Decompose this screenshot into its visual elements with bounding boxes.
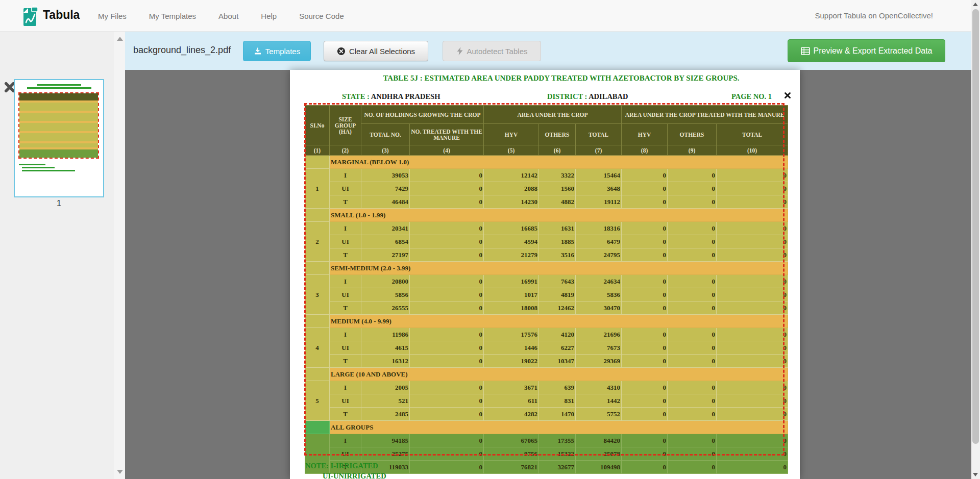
document-page-number: PAGE NO. 1 [731, 92, 772, 101]
selection-close-icon[interactable] [784, 92, 791, 99]
nav-item-my-templates[interactable]: My Templates [149, 12, 196, 20]
templates-icon [254, 47, 262, 55]
sidebar-scroll-down-icon[interactable] [117, 470, 123, 474]
clear-all-selections-button[interactable]: Clear All Selections [324, 41, 428, 61]
export-button-label: Preview & Export Extracted Data [814, 46, 933, 56]
document-district: DISTRICT : ADILABAD [547, 92, 628, 101]
preview-export-button[interactable]: Preview & Export Extracted Data [788, 39, 945, 62]
thumbnail-title-line [27, 87, 91, 89]
sidebar-scroll-up-icon[interactable] [117, 37, 123, 41]
support-link[interactable]: Support Tabula on OpenCollective! [815, 11, 933, 20]
navbar: Tabula My FilesMy TemplatesAboutHelpSour… [0, 0, 980, 32]
page-thumbnail[interactable] [14, 79, 104, 197]
thumbnail-table-header [19, 93, 98, 100]
autodetect-tables-button[interactable]: Autodetect Tables [443, 41, 541, 61]
templates-button[interactable]: Templates [243, 41, 311, 61]
tabula-app: Tabula My FilesMy TemplatesAboutHelpSour… [0, 0, 980, 479]
toolbar: background_lines_2.pdf Templates Clear A… [125, 32, 971, 70]
scroll-down-icon[interactable] [973, 473, 978, 476]
navbar-menu: My FilesMy TemplatesAboutHelpSource Code [98, 0, 344, 32]
table-list-icon [801, 47, 810, 55]
value-cell: 109498 [576, 461, 622, 474]
thumbnail-table-footer [19, 147, 98, 158]
page-scrollbar[interactable] [971, 0, 980, 479]
thumbnail-table [18, 92, 99, 159]
lightning-bolt-icon [456, 47, 463, 56]
brand-title[interactable]: Tabula [43, 8, 80, 22]
document-note-2: UI-UNIRRIGATED [323, 472, 386, 479]
table-selection-rectangle[interactable] [304, 103, 785, 456]
thumbnail-note-line [22, 170, 75, 171]
clear-button-label: Clear All Selections [349, 47, 415, 56]
value-cell: 32677 [539, 461, 576, 474]
document-note-1: NOTE: I-IRRIGATED [305, 462, 378, 470]
sidebar: 1 [0, 32, 125, 479]
thumbnail-title-line [37, 84, 81, 86]
scrollbar-thumb[interactable] [972, 9, 979, 444]
value-cell: 0 [717, 461, 788, 474]
thumbnail-note-line [22, 167, 55, 168]
nav-item-about[interactable]: About [218, 12, 238, 20]
value-cell: 76821 [484, 461, 539, 474]
value-cell: 0 [622, 461, 668, 474]
sidebar-scrollbar[interactable] [114, 32, 125, 479]
nav-item-source-code[interactable]: Source Code [299, 12, 344, 20]
thumbnail-note-line [19, 164, 45, 165]
thumbnail-table-body [19, 100, 98, 147]
nav-item-my-files[interactable]: My Files [98, 12, 127, 20]
thumbnail-page-number: 1 [14, 198, 104, 209]
templates-button-label: Templates [265, 47, 300, 56]
value-cell: 0 [410, 461, 484, 474]
remove-circle-icon [337, 47, 346, 56]
nav-item-help[interactable]: Help [261, 12, 277, 20]
scroll-up-icon[interactable] [973, 3, 978, 6]
tabula-logo-icon[interactable] [23, 5, 39, 27]
value-cell: 0 [668, 461, 717, 474]
pdf-viewer: TABLE 5J : ESTIMATED AREA UNDER PADDY TR… [125, 70, 971, 479]
document-state: STATE : ANDHRA PRADESH [342, 92, 440, 101]
document-filename: background_lines_2.pdf [133, 45, 231, 56]
autodetect-button-label: Autodetect Tables [467, 47, 528, 56]
document-table-title: TABLE 5J : ESTIMATED AREA UNDER PADDY TR… [290, 74, 800, 83]
pdf-page[interactable]: TABLE 5J : ESTIMATED AREA UNDER PADDY TR… [290, 70, 800, 479]
